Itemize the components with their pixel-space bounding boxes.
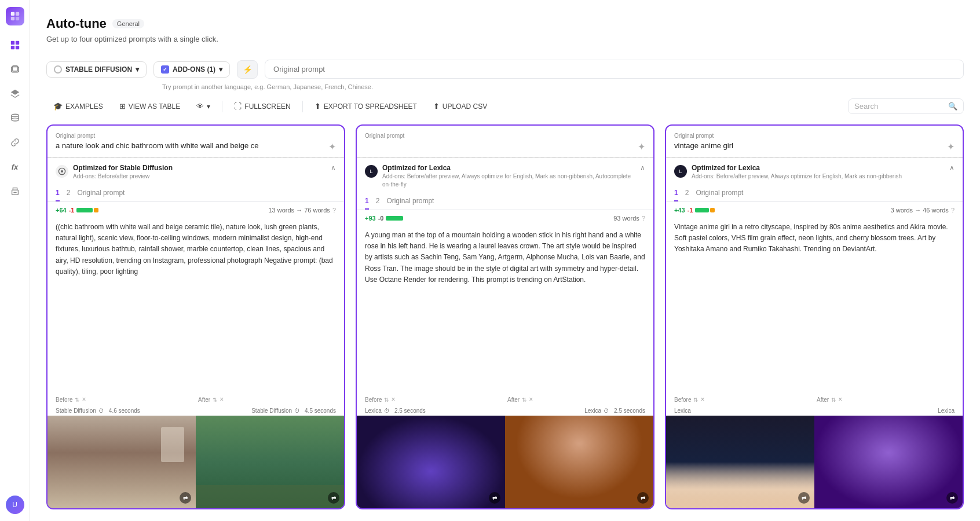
upload-icon: ⬆ (433, 102, 440, 111)
user-avatar[interactable]: U (6, 496, 24, 514)
card-3-before-arrows[interactable]: ⇅ (693, 397, 698, 403)
general-badge: General (112, 19, 144, 28)
card-1-before-arrows[interactable]: ⇅ (75, 397, 79, 403)
card-2-after-swap-icon[interactable]: ⇄ (637, 492, 649, 504)
card-1-before-close[interactable]: × (82, 395, 86, 403)
lightning-button[interactable]: ⚡ (237, 60, 258, 79)
card-1-before-time: 4.6 seconds (109, 408, 140, 414)
card-2-before-close[interactable]: × (391, 395, 395, 403)
card-3-tabs: 1 2 Original prompt (666, 184, 963, 202)
card-2-avatar: L (365, 165, 378, 178)
card-1-tab-2[interactable]: 2 (67, 189, 71, 201)
svg-rect-13 (13, 192, 16, 193)
search-box[interactable]: Search 🔍 (848, 98, 964, 114)
card-2-after-time: 2.5 seconds (614, 408, 645, 414)
card-1-collapse-icon[interactable]: ∧ (331, 164, 336, 172)
card-3-before-close[interactable]: × (700, 395, 704, 403)
svg-rect-2 (10, 17, 14, 20)
toolbar-divider-2 (302, 101, 303, 112)
examples-label: EXAMPLES (65, 102, 103, 111)
card-1-opt-info: Optimized for Stable Diffusion Add-ons: … (73, 164, 173, 181)
card-1-before-label: Before ⇅ × (56, 395, 193, 403)
magic-wand-icon-1[interactable]: ✦ (328, 141, 336, 152)
card-2-collapse-icon[interactable]: ∧ (640, 164, 645, 172)
card-2-optimized: L Optimized for Lexica Add-ons: Before/a… (357, 158, 653, 192)
svg-rect-7 (15, 46, 19, 49)
card-1-after-arrows[interactable]: ⇅ (213, 397, 217, 403)
card-3-tab-1[interactable]: 1 (674, 189, 678, 201)
bar-green (76, 208, 93, 212)
table-icon: ⊞ (119, 102, 126, 111)
card-3-after-arrows[interactable]: ⇅ (831, 397, 836, 403)
card-1-tab-1[interactable]: 1 (56, 189, 60, 201)
magic-wand-icon-2[interactable]: ✦ (638, 141, 645, 152)
card-2-help-icon[interactable]: ? (642, 215, 645, 222)
card-1-help-icon[interactable]: ? (332, 207, 336, 214)
card-2-clock-icon-before: ⏱ (384, 408, 390, 414)
addons-checkbox-icon: ✓ (161, 65, 169, 74)
addons-selector[interactable]: ✓ ADD-ONS (1) ▾ (153, 61, 230, 78)
card-2-tab-1[interactable]: 1 (365, 197, 369, 210)
card-3-before-after-controls: Before ⇅ × After ⇅ × (666, 392, 963, 406)
card-2-opt-title: Optimized for Lexica (382, 164, 640, 172)
card-3-after-swap-icon[interactable]: ⇄ (946, 492, 958, 504)
card-3-diff-bar (695, 208, 715, 212)
card-3-tab-2[interactable]: 2 (685, 189, 689, 201)
card-2-before-swap-icon[interactable]: ⇄ (489, 492, 500, 504)
model-chevron-icon: ▾ (136, 65, 139, 74)
upload-label: UPLOAD CSV (443, 102, 487, 111)
sidebar-item-grid[interactable] (5, 35, 25, 56)
card-3-after-close[interactable]: × (838, 395, 842, 403)
sidebar-item-print[interactable] (5, 181, 25, 201)
card-2-before-label: Before ⇅ × (365, 395, 503, 403)
model-selector[interactable]: STABLE DIFFUSION ▾ (46, 61, 147, 78)
card-2-tab-original[interactable]: Original prompt (386, 197, 434, 210)
card-2-before-time: 2.5 seconds (394, 408, 426, 414)
card-1: Original prompt a nature look and chic b… (46, 124, 345, 509)
card-1-after-swap-icon[interactable]: ⇄ (328, 492, 339, 504)
card-3-opt-title: Optimized for Lexica (692, 164, 902, 172)
svg-rect-1 (15, 12, 19, 16)
controls-wrapper: STABLE DIFFUSION ▾ ✓ ADD-ONS (1) ▾ ⚡ Try… (46, 60, 964, 91)
upload-csv-button[interactable]: ⬆ UPLOAD CSV (426, 98, 494, 114)
magic-wand-icon-3[interactable]: ✦ (947, 141, 955, 152)
fullscreen-button[interactable]: ⛶ FULLSCREEN (227, 98, 297, 114)
app-logo[interactable] (6, 7, 24, 25)
chevron-small-icon: ▾ (207, 102, 210, 111)
card-1-before-swap-icon[interactable]: ⇄ (180, 492, 191, 504)
card-1-tab-original[interactable]: Original prompt (77, 189, 125, 201)
toolbar-divider-1 (222, 101, 222, 112)
card-3-tab-original[interactable]: Original prompt (696, 189, 743, 201)
examples-button[interactable]: 🎓 EXAMPLES (46, 98, 110, 114)
card-2-diff-added: +93 (365, 215, 376, 222)
sidebar-item-layers[interactable] (5, 59, 25, 80)
sidebar-item-link[interactable] (5, 132, 25, 153)
card-2-word-count: 93 words (613, 215, 639, 222)
view-as-table-button[interactable]: ⊞ VIEW AS TABLE (112, 98, 188, 114)
prompt-input[interactable] (265, 60, 964, 79)
sidebar-item-hat[interactable] (5, 83, 25, 104)
card-3-before-engine: Lexica (674, 408, 691, 414)
export-button[interactable]: ⬆ EXPORT TO SPREADSHEET (308, 98, 424, 114)
search-text: Search (854, 102, 878, 111)
card-1-diff-bar (76, 208, 98, 212)
card-1-diff-added: +64 (56, 207, 67, 214)
card-1-opt-title: Optimized for Stable Diffusion (73, 164, 173, 172)
card-3-before-swap-icon[interactable]: ⇄ (798, 492, 810, 504)
card-3-collapse-icon[interactable]: ∧ (949, 164, 955, 172)
card-2-after-close[interactable]: × (529, 395, 533, 403)
card-1-after-close[interactable]: × (220, 395, 224, 403)
sidebar-item-fx[interactable]: fx (5, 156, 25, 177)
card-3-before-label: Before ⇅ × (674, 395, 812, 403)
sidebar-item-database[interactable] (5, 108, 25, 129)
card-2-before-arrows[interactable]: ⇅ (384, 397, 389, 403)
svg-point-15 (61, 170, 63, 173)
card-2-after-arrows[interactable]: ⇅ (522, 397, 526, 403)
card-1-before-after-controls: Before ⇅ × After ⇅ × (47, 392, 344, 406)
card-2-after-image: ⇄ (505, 416, 653, 508)
visibility-button[interactable]: 👁 ▾ (189, 98, 217, 114)
card-2-tab-2[interactable]: 2 (376, 197, 380, 210)
card-1-meta: Stable Diffusion ⏱ 4.6 seconds Stable Di… (47, 406, 344, 416)
card-3-help-icon[interactable]: ? (951, 207, 955, 214)
fullscreen-label: FULLSCREEN (244, 102, 290, 111)
